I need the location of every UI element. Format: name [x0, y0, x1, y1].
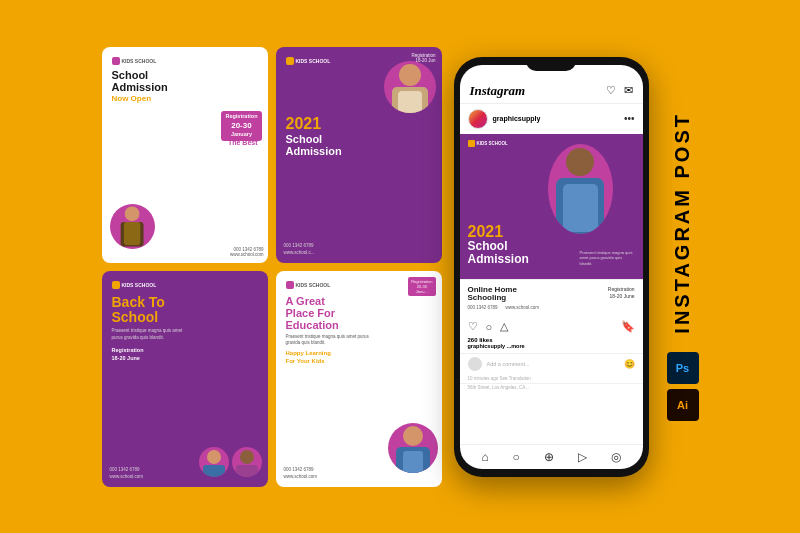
nav-home-icon[interactable]: ⌂	[481, 450, 488, 464]
svg-point-6	[207, 450, 221, 464]
card2-student-figure	[384, 61, 436, 113]
card2-year: 2021	[286, 115, 432, 133]
ig-caption: graphicsupply ...more	[460, 343, 643, 353]
svg-rect-9	[236, 465, 258, 477]
svg-point-10	[403, 426, 423, 446]
ig-bookmark-icon[interactable]: 🔖	[621, 320, 635, 333]
phone-ad-brand: KIDS SCHOOL	[468, 140, 508, 147]
phone-second-card: Online HomeSchooling Registration 18-20 …	[460, 279, 643, 317]
card3-phone: 000 1342 6789	[110, 466, 144, 473]
phone-nav: ⌂ ○ ⊕ ▷ ◎	[460, 444, 643, 469]
svg-point-8	[240, 450, 254, 464]
card1-website: www.school.com	[152, 252, 264, 257]
card1-reg-box: Registration 20-30 January	[221, 111, 261, 142]
card4-student-circle	[388, 423, 438, 473]
svg-point-0	[124, 206, 139, 221]
ig-avatar	[468, 109, 488, 129]
brand-name-card4: KIDS SCHOOL	[296, 282, 331, 288]
phone-second-phone: 000 1342 6789	[468, 305, 498, 310]
phone-body: Instagram ♡ ✉ graphicsupply •••	[454, 57, 649, 477]
phone-screen: Instagram ♡ ✉ graphicsupply •••	[460, 65, 643, 469]
phone-second-info: 000 1342 6789 www.school.com	[468, 305, 635, 310]
card4-reg-label: Registration	[411, 279, 432, 284]
ig-caption-more[interactable]: ...more	[507, 343, 525, 349]
brand-icon-card2	[286, 57, 294, 65]
card4-title: A GreatPlace ForEducation	[286, 295, 376, 331]
card3-student1	[199, 447, 229, 477]
ig-heart-icon[interactable]: ♡	[606, 84, 616, 97]
ig-emoji-icon[interactable]: 😊	[624, 359, 635, 369]
phone-second-website: www.school.com	[506, 305, 540, 310]
ig-caption-user[interactable]: graphicsupply	[468, 343, 506, 349]
ig-comment-input[interactable]: Add a comment... 😊	[460, 353, 643, 374]
card3-desc: Praesent tristique magna quis amet purus…	[112, 328, 192, 341]
nav-search-icon[interactable]: ○	[513, 450, 520, 464]
svg-rect-12	[403, 451, 423, 473]
card2-student-circle	[384, 61, 436, 113]
card3-circle2	[232, 447, 262, 477]
svg-point-3	[399, 64, 421, 86]
nav-reels-icon[interactable]: ▷	[578, 450, 587, 464]
brand-card1: KIDS SCHOOL	[112, 57, 258, 65]
ig-more-icon[interactable]: •••	[624, 113, 635, 124]
phone-ad-card: KIDS SCHOOL 2021 SchoolAdmission Praesen…	[460, 134, 643, 279]
phone-container: Instagram ♡ ✉ graphicsupply •••	[454, 57, 649, 477]
main-container: KIDS SCHOOL SchoolAdmission Now Open You…	[0, 0, 800, 533]
card4-student-figure	[388, 423, 438, 473]
card-back-to-school: KIDS SCHOOL Back ToSchool Praesent trist…	[102, 271, 268, 487]
phone-ad-brand-icon	[468, 140, 475, 147]
svg-rect-7	[203, 465, 225, 477]
ig-comment-icon[interactable]: ○	[486, 321, 493, 333]
brand-icon-card3	[112, 281, 120, 289]
ps-badge: Ps	[667, 352, 699, 384]
svg-rect-2	[123, 222, 139, 245]
ai-badge: Ai	[667, 389, 699, 421]
card1-student-figure	[110, 204, 155, 249]
ig-logo: Instagram	[470, 83, 526, 99]
card4-website: www.school.com	[284, 473, 318, 480]
card3-circle1	[199, 447, 229, 477]
card1-subtitle: Now Open	[112, 94, 258, 103]
phone-ad-brand-name: KIDS SCHOOL	[477, 141, 508, 146]
card1-reg-dates: 20-30	[225, 120, 257, 131]
card2-phone: 000 1342 6789	[284, 242, 315, 249]
ig-icons: ♡ ✉	[606, 84, 633, 97]
card4-footer: 000 1342 6789 www.school.com	[284, 466, 318, 480]
card4-reg-month: Janu...	[411, 289, 432, 294]
card4-phone: 000 1342 6789	[284, 466, 318, 473]
card1-reg-month: January	[225, 131, 257, 139]
card2-footer: 000 1342 6789 www.school.c...	[284, 242, 315, 256]
brand-name-card1: KIDS SCHOOL	[122, 58, 157, 64]
phone-ad-desc: Praesent tristique magna quis amet purus…	[580, 250, 635, 267]
card3-student2	[232, 447, 262, 477]
ig-actions: ♡ ○ △ 🔖	[460, 316, 643, 337]
phone-reg-dates: 18-20 June	[609, 293, 634, 299]
nav-add-icon[interactable]: ⊕	[544, 450, 554, 464]
card2-title: SchoolAdmission	[286, 133, 432, 157]
cards-grid: KIDS SCHOOL SchoolAdmission Now Open You…	[102, 47, 442, 487]
card2-website: www.school.c...	[284, 249, 315, 256]
phone-reg-label: Registration	[608, 286, 635, 292]
phone-second-title: Online HomeSchooling	[468, 286, 517, 304]
card-school-admission-white: KIDS SCHOOL SchoolAdmission Now Open You…	[102, 47, 268, 263]
svg-point-13	[566, 148, 594, 176]
card3-footer: 000 1342 6789 www.school.com	[110, 466, 144, 480]
card-school-admission-purple: KIDS SCHOOL Registration 18-20 Jun 2021 …	[276, 47, 442, 263]
phone-ad-student	[548, 144, 613, 234]
nav-profile-icon[interactable]: ◎	[611, 450, 621, 464]
right-panel: INSTAGRAM POST Ps Ai	[667, 112, 699, 421]
card4-desc: Praesent tristique magna quis amet purus…	[286, 334, 371, 347]
card4-subtitle: Happy LearningFor Your Kids	[286, 350, 432, 366]
ig-like-icon[interactable]: ♡	[468, 320, 478, 333]
phone-notch	[526, 57, 576, 71]
brand-icon-card4	[286, 281, 294, 289]
card3-title: Back ToSchool	[112, 295, 258, 326]
ig-share-icon[interactable]: △	[500, 320, 508, 333]
phone-ad-title: SchoolAdmission	[468, 240, 529, 266]
ig-comment-placeholder[interactable]: Add a comment...	[487, 361, 624, 367]
card1-title: SchoolAdmission	[112, 69, 258, 93]
ig-messenger-icon[interactable]: ✉	[624, 84, 633, 97]
ig-username: graphicsupply	[493, 115, 619, 122]
card1-student-circle	[110, 204, 155, 249]
brand-icon-card1	[112, 57, 120, 65]
